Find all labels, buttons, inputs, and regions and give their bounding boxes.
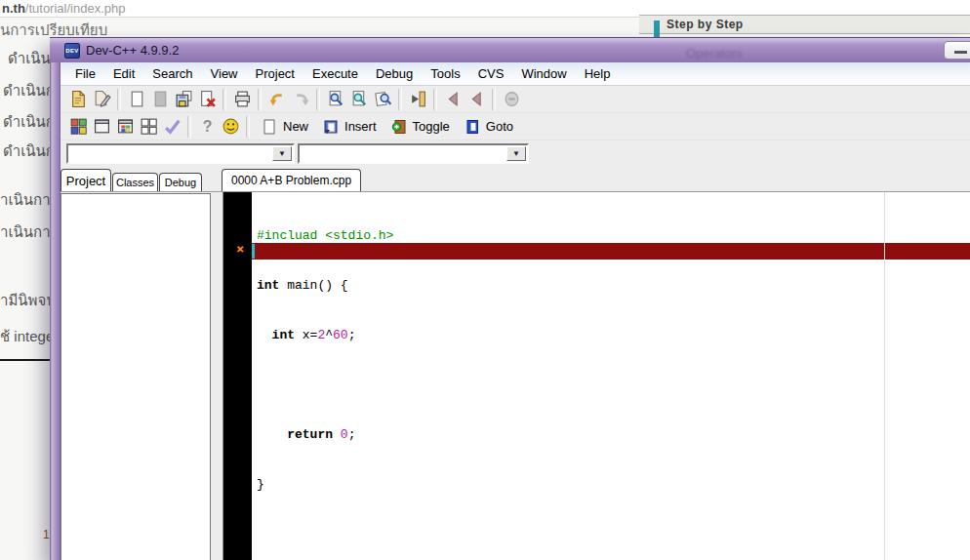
minimize-icon [954, 51, 967, 54]
tab-project[interactable]: Project [61, 169, 111, 191]
code-segment: x= [295, 328, 317, 342]
menu-file[interactable]: File [66, 64, 104, 83]
bookmark-goto-label: Goto [486, 119, 513, 134]
window-title: Dev-C++ 4.9.9.2 [86, 43, 179, 58]
webpage-list-item: ช้ intege [0, 325, 54, 348]
devcpp-window: DEV Dev-C++ 4.9.9.2 Operators File Edit … [50, 37, 970, 560]
project-panel[interactable] [61, 193, 211, 560]
compiler-combo-row: ▼ ▼ [61, 140, 970, 168]
goto-bookmark-icon [464, 118, 481, 136]
toolbar-main [61, 86, 970, 113]
new-source-file-icon[interactable] [66, 88, 90, 111]
run-icon[interactable] [90, 115, 113, 139]
svg-text:?: ? [202, 118, 212, 135]
code-line: int x=2^60; [257, 327, 469, 343]
menu-view[interactable]: View [202, 64, 247, 83]
window-left-frame [50, 62, 61, 560]
code-line-error: printf("result is %d", x); [257, 377, 469, 393]
code-segment [257, 328, 272, 342]
dropdown-arrow-icon[interactable]: ▼ [506, 146, 526, 161]
address-url[interactable]: n.th/tutorial/index.php [2, 1, 125, 16]
help-icon[interactable]: ? [195, 115, 219, 139]
titlebar-watermark: Operators [686, 46, 743, 60]
compiler-select-second[interactable]: ▼ [298, 143, 529, 164]
address-url-path: /tutorial/index.php [25, 1, 126, 16]
redo-icon[interactable] [289, 88, 312, 111]
bookmark-insert-label: Insert [344, 119, 377, 134]
menu-help[interactable]: Help [576, 64, 620, 83]
minimize-button[interactable] [944, 41, 970, 60]
tab-debug[interactable]: Debug [159, 173, 202, 191]
toolbar-separator [316, 89, 320, 110]
bookmark-new-label: New [283, 119, 308, 134]
print-icon[interactable] [230, 88, 254, 111]
find-icon[interactable] [324, 88, 347, 111]
previous-disabled-icon[interactable] [441, 88, 465, 111]
menu-search[interactable]: Search [143, 64, 201, 83]
code-segment: int [257, 278, 279, 293]
menu-window[interactable]: Window [512, 64, 575, 83]
new-bookmark-icon [261, 118, 278, 136]
dropdown-arrow-icon[interactable]: ▼ [272, 146, 292, 161]
devcpp-app-icon: DEV [64, 43, 80, 59]
menu-project[interactable]: Project [247, 64, 303, 83]
menu-bar: File Edit Search View Project Execute De… [61, 62, 970, 86]
next-disabled-icon[interactable] [465, 88, 488, 111]
close-file-icon[interactable] [195, 88, 219, 111]
open-file-disabled-icon[interactable] [148, 88, 172, 111]
bookmark-toggle-label: Toggle [413, 119, 450, 134]
menu-tools[interactable]: Tools [422, 64, 468, 83]
right-margin-line [884, 192, 885, 560]
address-url-domain: n.th [2, 1, 25, 16]
tab-classes[interactable]: Classes [112, 173, 158, 191]
compile-icon[interactable] [66, 115, 90, 139]
background-window-bar[interactable]: Step by Step [639, 15, 970, 34]
syntax-check-icon[interactable] [160, 115, 183, 139]
code-segment [257, 427, 287, 442]
toolbar-separator [187, 116, 191, 138]
webpage-footnote: 1 [43, 528, 50, 541]
editor-gutter: ✕ [222, 192, 252, 560]
compile-and-run-icon[interactable] [113, 115, 137, 139]
code-segment: ; [348, 328, 356, 342]
menu-debug[interactable]: Debug [367, 64, 422, 83]
teal-marker [654, 20, 660, 38]
window-titlebar[interactable]: DEV Dev-C++ 4.9.9.2 Operators [50, 37, 970, 62]
bookmark-insert-button[interactable]: Insert [315, 117, 384, 137]
about-smiley-icon[interactable] [219, 115, 242, 139]
bookmark-new-button[interactable]: New [254, 117, 315, 137]
find-in-files-icon[interactable] [371, 88, 394, 111]
code-segment [333, 427, 341, 442]
new-file-edit-icon[interactable] [90, 88, 113, 111]
code-line: #incluad <stdio.h> [257, 227, 469, 244]
tab-row: Project Classes Debug 0000 A+B Problem.c… [61, 168, 970, 191]
open-file-icon[interactable] [125, 88, 148, 111]
webpage-rule [0, 359, 52, 361]
compiler-select-first[interactable]: ▼ [66, 143, 295, 164]
undo-icon[interactable] [265, 88, 289, 111]
tab-open-file[interactable]: 0000 A+B Problem.cpp [222, 169, 361, 191]
abort-disabled-icon[interactable] [500, 88, 523, 111]
code-line: } [257, 476, 469, 493]
caret-tick [252, 244, 255, 259]
menu-edit[interactable]: Edit [104, 64, 143, 83]
goto-line-icon[interactable] [406, 88, 429, 111]
code-segment: printf("result is %d", x); [257, 378, 469, 392]
bookmark-toggle-button[interactable]: Toggle [384, 117, 457, 137]
code-segment: ^ [325, 328, 333, 342]
toolbar-separator [246, 116, 250, 138]
webpage-list-item: ามีนิพจน์ [0, 289, 57, 312]
code-text: #incluad <stdio.h> int main() { int x=2^… [257, 194, 469, 526]
toolbar-separator [492, 89, 496, 110]
replace-icon[interactable] [347, 88, 371, 111]
toolbar-compile: ? New Insert Toggle Goto [61, 113, 970, 140]
toolbar-separator [398, 89, 402, 110]
bookmark-goto-button[interactable]: Goto [457, 117, 520, 137]
save-file-icon[interactable] [172, 88, 195, 111]
screenshot-stage: n.th/tutorial/index.php นการเปรียบเทียบ … [0, 0, 970, 560]
rebuild-all-icon[interactable] [137, 115, 160, 139]
main-area: ✕ #incluad <stdio.h> int main() { int x=… [61, 191, 970, 560]
menu-cvs[interactable]: CVS [469, 64, 513, 83]
menu-execute[interactable]: Execute [303, 64, 367, 83]
code-editor[interactable]: #incluad <stdio.h> int main() { int x=2^… [252, 192, 970, 560]
